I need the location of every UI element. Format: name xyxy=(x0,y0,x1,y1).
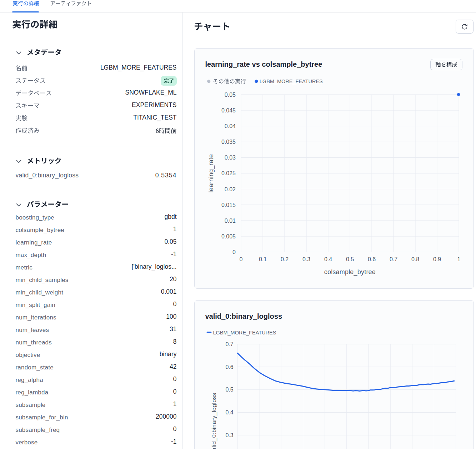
svg-text:1: 1 xyxy=(457,256,460,262)
svg-text:0.8: 0.8 xyxy=(411,256,419,262)
svg-text:0.6: 0.6 xyxy=(367,256,375,262)
svg-text:0.6: 0.6 xyxy=(225,364,233,370)
svg-text:0.01: 0.01 xyxy=(224,218,235,224)
svg-text:0.02: 0.02 xyxy=(224,186,235,192)
svg-text:0.4: 0.4 xyxy=(324,256,332,262)
svg-text:0.015: 0.015 xyxy=(221,202,235,208)
svg-text:0: 0 xyxy=(239,256,242,262)
svg-text:0.3: 0.3 xyxy=(225,432,233,438)
svg-text:0: 0 xyxy=(232,249,236,255)
svg-text:0.03: 0.03 xyxy=(224,155,235,161)
svg-text:0.1: 0.1 xyxy=(259,256,266,262)
svg-text:valid_0:binary_logloss: valid_0:binary_logloss xyxy=(211,393,217,449)
svg-text:0.05: 0.05 xyxy=(224,92,235,98)
svg-text:0.5: 0.5 xyxy=(346,256,354,262)
svg-text:learning_rate: learning_rate xyxy=(207,154,215,193)
svg-text:0.035: 0.035 xyxy=(221,139,235,145)
svg-text:0.045: 0.045 xyxy=(221,107,235,113)
svg-text:0.04: 0.04 xyxy=(224,123,235,129)
svg-text:0.5: 0.5 xyxy=(225,387,233,393)
svg-text:0.9: 0.9 xyxy=(433,256,441,262)
svg-text:0.7: 0.7 xyxy=(225,341,233,347)
svg-text:0.025: 0.025 xyxy=(221,170,235,176)
svg-text:0.3: 0.3 xyxy=(302,256,310,262)
svg-text:colsample_bytree: colsample_bytree xyxy=(324,268,375,276)
svg-text:0.4: 0.4 xyxy=(225,409,233,415)
svg-text:0.7: 0.7 xyxy=(389,256,397,262)
svg-text:0.2: 0.2 xyxy=(280,256,288,262)
svg-text:0.005: 0.005 xyxy=(221,233,235,239)
